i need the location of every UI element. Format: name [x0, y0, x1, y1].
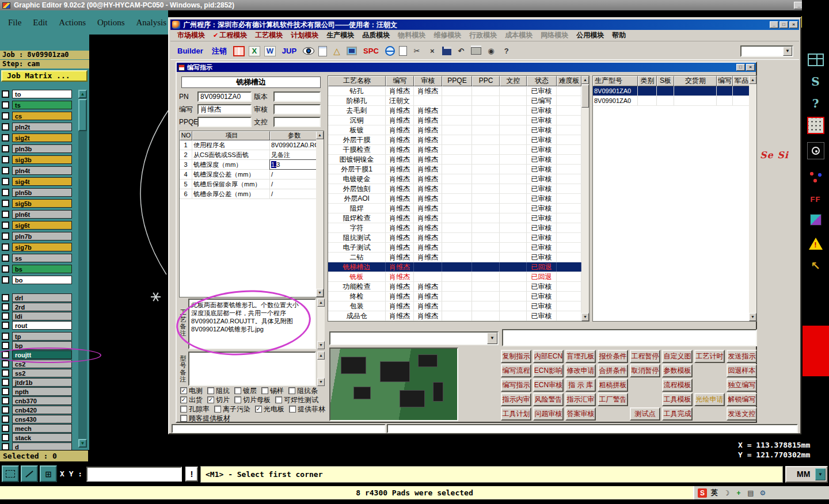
menu-file[interactable]: File — [8, 18, 21, 28]
param-row-2[interactable]: 2从CS面铣或SS面铣见备注 — [180, 150, 317, 160]
close-x-icon[interactable]: × — [427, 46, 438, 56]
param-row-4[interactable]: 4铣槽深度公差（mm）/ — [180, 170, 317, 180]
action-复制指示[interactable]: 复制指示 — [501, 350, 531, 363]
layer-checkbox-rout[interactable] — [2, 322, 9, 329]
layer-mech[interactable]: mech — [12, 424, 72, 433]
action-编写流程[interactable]: 编写流程 — [501, 364, 531, 377]
process-row-外层干膜1[interactable]: 外层干膜1肖维杰肖维杰已审核 — [328, 165, 581, 174]
layer-checkbox-bp[interactable] — [2, 342, 9, 349]
action-工具模板[interactable]: 工具模板 — [662, 393, 693, 406]
layer-checkbox-cnb370[interactable] — [2, 397, 9, 404]
dot-grid-icon[interactable] — [803, 115, 828, 136]
process-row-图镀铜镍金[interactable]: 图镀铜镍金肖维杰肖维杰已审核 — [328, 155, 581, 165]
process-row-外层干膜[interactable]: 外层干膜肖维杰肖维杰已审核 — [328, 135, 581, 145]
layer-cnb420[interactable]: cnb420 — [12, 406, 72, 414]
action-自定义图[interactable]: 自定义图 — [662, 350, 693, 363]
scroll-down-icon[interactable]: ▼ — [317, 378, 325, 386]
process-row-二钻[interactable]: 二钻肖维杰肖维杰已审核 — [328, 253, 581, 262]
layer-checkbox-pln5b[interactable] — [2, 189, 9, 196]
layer-checkbox-ldi[interactable] — [2, 312, 9, 320]
layer-scrollbar[interactable]: ▲ ▼ — [78, 90, 87, 448]
product-scrollbar[interactable]: ▲ ▼ — [749, 76, 756, 321]
layer-checkbox-sig7b[interactable] — [2, 243, 9, 251]
process-row-钻孔[interactable]: 钻孔肖维杰肖维杰已审核 — [328, 86, 581, 96]
checkbox-可焊性测试[interactable] — [275, 396, 282, 403]
undo-icon[interactable]: ↶ — [455, 46, 467, 56]
cn-menu-维修模块[interactable]: 维修模块 — [430, 30, 465, 40]
process-row-成品仓[interactable]: 成品仓肖维杰肖维杰已审核 — [328, 311, 581, 321]
param-value[interactable]: 1.3 — [270, 160, 317, 169]
checkbox-阻抗[interactable] — [207, 387, 214, 394]
scroll-down-icon[interactable]: ▼ — [317, 341, 325, 349]
layer-checkbox-pln2t[interactable] — [2, 123, 9, 131]
process-row-阻抗测试[interactable]: 阻抗测试肖维杰肖维杰已审核 — [328, 233, 581, 243]
layer-checkbox-sig2t[interactable] — [2, 134, 9, 142]
cn-menu-网络模块[interactable]: 网络模块 — [537, 30, 572, 40]
layer-sig5b[interactable]: sig5b — [12, 199, 72, 208]
action-独立编写[interactable]: 独立编写 — [727, 379, 757, 392]
field-input-版本[interactable] — [273, 91, 321, 102]
layer-checkbox-ts[interactable] — [2, 101, 9, 109]
action-工程暂停[interactable]: 工程暂停 — [630, 350, 660, 363]
product-row-8V09901ZA0[interactable]: 8V09901ZA0 — [593, 86, 750, 96]
scroll-thumb[interactable] — [78, 99, 87, 131]
cn-menu-品质模块[interactable]: 品质模块 — [359, 30, 393, 40]
field-input-审核[interactable] — [273, 104, 321, 114]
editor-titlebar[interactable]: 编写指示 □ × — [177, 63, 756, 72]
action-编写指示[interactable]: 编写指示 — [501, 379, 531, 392]
find-icon[interactable]: ◉ — [485, 46, 497, 56]
action-ECN影响[interactable]: ECN影响 — [533, 364, 564, 377]
layer-pln2t[interactable]: pln2t — [12, 123, 72, 131]
cn-minimize-button[interactable]: _ — [770, 21, 778, 28]
cn-menu-生产模块[interactable]: 生产模块 — [323, 30, 358, 40]
layer-checkbox-d[interactable] — [2, 443, 9, 450]
cn-menu-帮助[interactable]: 帮助 — [609, 30, 629, 40]
layer-checkbox-sig5b[interactable] — [2, 200, 9, 207]
param-row-6[interactable]: 6铣槽余厚公差（mm）/ — [180, 189, 317, 199]
cn-menu-公用模块[interactable]: 公用模块 — [573, 30, 607, 40]
spc-button[interactable]: SPC — [361, 46, 381, 56]
layer-stack[interactable]: stack — [12, 433, 72, 442]
layer-cs2[interactable]: cs2 — [12, 360, 72, 368]
action-发送指示[interactable]: 发送指示 — [727, 350, 757, 363]
layer-to[interactable]: to — [12, 90, 72, 98]
nodes-icon[interactable] — [803, 167, 828, 188]
action-粗稿拼板[interactable]: 粗稿拼板 — [598, 379, 628, 392]
scroll-down-icon[interactable]: ▼ — [749, 313, 756, 321]
checkbox-切片[interactable]: ✓ — [207, 396, 214, 403]
unit-dropdown[interactable]: MM ▼ — [785, 466, 828, 483]
layer-checkbox-cnb420[interactable] — [2, 406, 9, 414]
action-工具计划[interactable]: 工具计划 — [501, 407, 531, 421]
checkbox-电测[interactable]: ✓ — [180, 387, 187, 394]
craft-note-box[interactable]: 此板两面都要铣锥形孔。个数位置大小 深度顶底层都一样，共用一个程序 8V0990… — [188, 299, 316, 349]
layer-drl[interactable]: drl — [12, 293, 72, 302]
scroll-up-icon[interactable]: ▲ — [316, 131, 324, 139]
menu-edit[interactable]: Edit — [33, 18, 47, 28]
window-icon[interactable] — [233, 46, 245, 56]
process-row-外层蚀刻[interactable]: 外层蚀刻肖维杰肖维杰已审核 — [328, 184, 581, 194]
cn-menu-物料模块[interactable]: 物料模块 — [394, 30, 429, 40]
scroll-up-icon[interactable]: ▲ — [749, 76, 756, 84]
layer-pln7b[interactable]: pln7b — [12, 232, 72, 240]
excel-icon[interactable]: X — [249, 46, 260, 56]
jup-button[interactable]: JUP — [280, 46, 299, 56]
grid-tool[interactable]: ⊞ — [40, 465, 57, 482]
layer-checkbox-drl[interactable] — [2, 294, 9, 301]
layer-roujtt[interactable]: roujtt — [12, 350, 72, 359]
layer-checkbox-sig6t[interactable] — [2, 222, 9, 229]
checkbox-锡样[interactable] — [261, 387, 268, 394]
action-工厂警告[interactable]: 工厂警告 — [598, 393, 628, 406]
layer-checkbox-sig3b[interactable] — [2, 156, 9, 163]
action-取消暂停[interactable]: 取消暂停 — [630, 364, 660, 377]
checkbox-孔隙率[interactable] — [180, 406, 187, 413]
action-风险警告[interactable]: 风险警告 — [533, 393, 564, 406]
action-报价条件[interactable]: 报价条件 — [598, 350, 628, 363]
layer-sig7b[interactable]: sig7b — [12, 243, 72, 251]
process-row-终检[interactable]: 终检肖维杰肖维杰已审核 — [328, 292, 581, 301]
process-row-外层AOI[interactable]: 外层AOI肖维杰肖维杰已审核 — [328, 194, 581, 204]
layer-ss[interactable]: ss — [12, 254, 72, 262]
layer-bp[interactable]: bp — [12, 341, 72, 350]
layer-tp[interactable]: tp — [12, 332, 72, 341]
layer-checkbox-pln4t[interactable] — [2, 167, 9, 174]
action-工具完成[interactable]: 工具完成 — [662, 407, 693, 421]
